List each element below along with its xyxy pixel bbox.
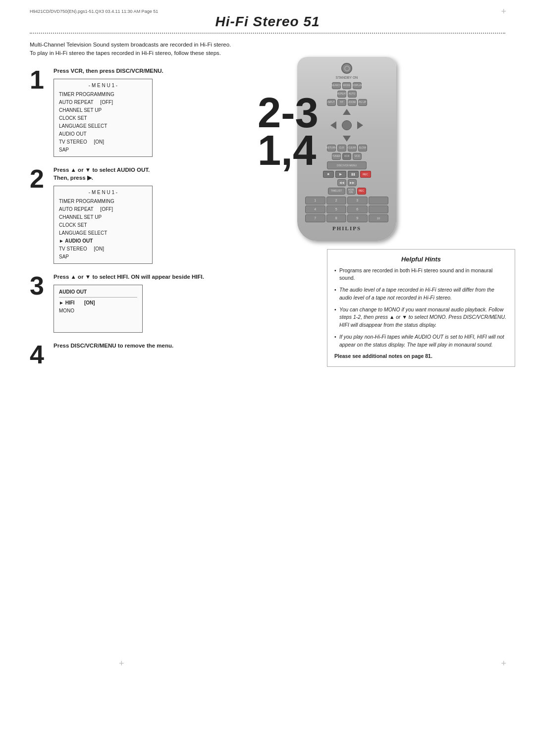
slow-button[interactable]: SLOW — [358, 145, 367, 151]
step-23-text: 2-3 — [258, 94, 319, 132]
disc-vcr-menu-button[interactable]: DISC/VCR MENU — [327, 161, 367, 169]
tit-button[interactable]: TIT — [337, 99, 346, 106]
nav-center-button[interactable] — [342, 120, 352, 130]
step-1-menu-item-6: AUDIO OUT — [59, 130, 147, 138]
page-title: Hi-Fi Stereo 51 — [30, 14, 505, 30]
step-4-block: 4 Press DISC/VCR/MENU to remove the menu… — [30, 342, 287, 367]
remote-top-section: ◯ STANDBY ON — [302, 63, 391, 79]
corner-marker-tr: + — [501, 7, 506, 16]
step-3-audio-item-mono: MONO — [59, 307, 137, 315]
step-2-content: Press ▲ or ▼ to select AUDIO OUT. Then, … — [54, 166, 287, 264]
nav-up-button[interactable] — [343, 109, 351, 115]
num-8-button[interactable]: 8 — [326, 214, 347, 222]
vcd-button[interactable]: VCD — [353, 153, 362, 160]
step-1-menu-box: - M E N U 1 - TIMER PROGRAMMING AUTO REP… — [54, 79, 153, 157]
tuner-button[interactable]: TUNER — [332, 153, 341, 160]
philips-logo: PHILIPS — [302, 225, 391, 231]
corner-marker-bl: + — [119, 659, 124, 668]
step-14-label: 1,4 — [258, 132, 319, 170]
step-1-content: Press VCR, then press DISC/VCR/MENU. - M… — [54, 67, 287, 157]
hints-footer: Please see additional notes on page 81. — [334, 353, 508, 360]
left-column: 1 Press VCR, then press DISC/VCR/MENU. -… — [30, 67, 297, 367]
num-4-button[interactable]: 4 — [305, 205, 325, 213]
num-blank-button — [369, 197, 389, 204]
clr-button[interactable]: CLR — [337, 145, 346, 151]
mode-button[interactable]: MODE — [342, 82, 351, 89]
ffwd-button[interactable]: ▶▶ — [348, 179, 357, 186]
step-2-instruction: Press ▲ or ▼ to select AUDIO OUT. Then, … — [54, 166, 287, 182]
file-info: H9421CD/DVD750(EN).pgs1-51.QX3 03.4.11 1… — [30, 9, 158, 14]
display-button[interactable]: DISPLAY — [353, 82, 362, 89]
rew-button[interactable]: ◀◀ — [337, 179, 346, 186]
step-1-menu-item-3: CHANNEL SET UP — [59, 106, 147, 114]
clear-button[interactable]: CLEAR — [348, 145, 357, 151]
hor-dn-button[interactable]: HOR DN — [347, 188, 356, 195]
pause-button[interactable]: ▮▮ — [348, 171, 359, 178]
standby-button[interactable]: ◯ — [341, 63, 352, 74]
nav-right-button[interactable] — [357, 121, 363, 129]
numpad: 1 2 3 4 5 6 7 8 9 10 — [305, 197, 388, 222]
num-5-button[interactable]: 5 — [326, 205, 347, 213]
stop-button[interactable]: ■ — [323, 171, 334, 178]
num-3-button[interactable]: 3 — [347, 197, 368, 204]
repeat-button[interactable]: REPEAT — [337, 91, 346, 98]
step-2-number: 2 — [30, 166, 49, 192]
step-3-instruction: Press ▲ or ▼ to select HIFI. ON will app… — [54, 273, 287, 281]
step-1-menu-item-1: TIMER PROGRAMMING — [59, 91, 147, 99]
right-column: 2-3 1,4 ◯ STANDBY ON — [297, 67, 515, 367]
num-1-button[interactable]: 1 — [305, 197, 325, 204]
combined-steps-label: 2-3 — [258, 94, 319, 132]
timelist-button[interactable]: TIMELIST — [328, 188, 345, 195]
step-2-menu-item-5: LANGUAGE SELECT — [59, 229, 147, 237]
hint-1: Programs are recorded in both Hi-Fi ster… — [334, 267, 508, 283]
step-2-menu-item-6-selected: ► AUDIO OUT — [59, 237, 147, 245]
row-ff-rew: ◀◀ ▶▶ — [302, 179, 391, 186]
hint-3: You can change to MONO if you want monau… — [334, 306, 508, 329]
step-2-menu-item-1: TIMER PROGRAMMING — [59, 198, 147, 205]
nav-cluster — [329, 108, 364, 143]
step-1-menu-title: - M E N U 1 - — [59, 82, 147, 90]
record2-button[interactable]: REC — [357, 188, 366, 195]
corner-marker-br: + — [501, 659, 506, 668]
step-2-menu-box: - M E N U 1 - TIMER PROGRAMMING AUTO REP… — [54, 186, 153, 264]
main-layout: 1 Press VCR, then press DISC/VCR/MENU. -… — [30, 67, 505, 367]
step-2-menu-item-3: CHANNEL SET UP — [59, 213, 147, 221]
num-9-button[interactable]: 9 — [347, 214, 368, 222]
row-timelist: TIMELIST HOR DN REC — [302, 188, 391, 195]
step-1-instruction: Press VCR, then press DISC/VCR/MENU. — [54, 67, 287, 75]
combined-steps-display: 2-3 1,4 — [258, 94, 319, 170]
step-2-menu-item-7: TV STEREO [ON] — [59, 245, 147, 253]
step-2-instruction-bold: Press ▲ or ▼ to select AUDIO OUT. — [54, 167, 150, 173]
step-3-number: 3 — [30, 273, 49, 299]
pgup-button[interactable]: PG UP — [358, 99, 367, 106]
step-3-block: 3 Press ▲ or ▼ to select HIFI. ON will a… — [30, 273, 287, 333]
hints-title: Helpful Hints — [334, 255, 508, 263]
nav-down-button[interactable] — [343, 136, 351, 142]
step-2-menu-item-8: SAP — [59, 253, 147, 261]
step-1-menu-item-7: TV STEREO [ON] — [59, 138, 147, 146]
step-3-audio-box: AUDIO OUT ► HIFI [ON] MONO — [54, 285, 143, 333]
vcr-button[interactable]: VCR — [342, 153, 351, 160]
num-10-button[interactable]: 10 — [369, 214, 389, 222]
step-1-menu-item-2: AUTO REPEAT [OFF] — [59, 99, 147, 106]
hint-4: If you play non-Hi-Fi tapes while AUDIO … — [334, 333, 508, 349]
step-1-menu-item-4: CLOCK SET — [59, 114, 147, 122]
num-7-button[interactable]: 7 — [305, 214, 325, 222]
search-button[interactable]: SEARCH — [332, 82, 341, 89]
step-1-number: 1 — [30, 67, 49, 93]
record-button[interactable]: REC — [360, 171, 371, 178]
title-divider — [30, 33, 505, 34]
intro-text: Multi-Channel Television Sound system br… — [30, 41, 238, 58]
auto-button[interactable]: AUTO — [348, 91, 357, 98]
hint-2: The audio level of a tape recorded in Hi… — [334, 286, 508, 302]
step-2-menu-item-4: CLOCK SET — [59, 221, 147, 229]
nav-left-button[interactable] — [330, 121, 336, 129]
play-button[interactable]: ▶ — [335, 171, 346, 178]
zoom-button[interactable]: ZOOM — [348, 99, 357, 106]
num-blank2-button — [369, 205, 389, 213]
step-4-instruction: Press DISC/VCR/MENU to remove the menu. — [54, 342, 287, 350]
return-button[interactable]: RETURN — [327, 145, 336, 151]
num-2-button[interactable]: 2 — [326, 197, 347, 204]
num-6-button[interactable]: 6 — [347, 205, 368, 213]
input-button[interactable]: INPUT — [327, 99, 336, 106]
